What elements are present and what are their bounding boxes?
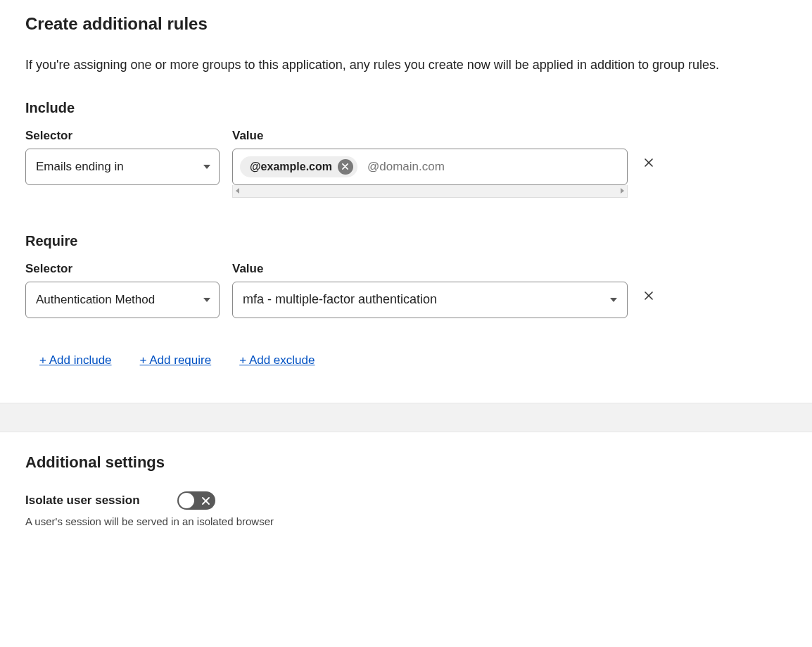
section-divider <box>0 403 812 432</box>
scroll-left-icon[interactable] <box>236 188 239 194</box>
chevron-down-icon <box>610 298 617 302</box>
remove-require-rule-button[interactable] <box>642 291 656 300</box>
include-value-input[interactable] <box>367 160 618 174</box>
include-selector-dropdown[interactable]: Emails ending in <box>25 149 220 185</box>
email-chip: @example.com <box>240 156 357 177</box>
require-value-dropdown[interactable]: mfa - multiple-factor authentication <box>232 282 628 318</box>
isolate-session-label: Isolate user session <box>25 494 177 508</box>
include-value-label: Value <box>232 129 263 143</box>
scroll-right-icon[interactable] <box>621 188 624 194</box>
page-description: If you're assigning one or more groups t… <box>25 55 771 75</box>
chevron-down-icon <box>203 165 210 169</box>
remove-include-rule-button[interactable] <box>642 158 656 167</box>
require-value-label: Value <box>232 262 263 276</box>
add-exclude-button[interactable]: + Add exclude <box>239 353 315 368</box>
require-selector-text: Authentication Method <box>36 293 155 307</box>
require-value-text: mfa - multiple-factor authentication <box>243 292 437 307</box>
isolate-session-toggle[interactable] <box>177 491 215 510</box>
chevron-down-icon <box>203 298 210 302</box>
include-selector-label: Selector <box>25 129 232 143</box>
chip-text: @example.com <box>250 161 332 173</box>
horizontal-scrollbar[interactable] <box>232 185 628 198</box>
close-icon <box>645 291 653 300</box>
close-icon <box>342 163 348 170</box>
isolate-session-description: A user's session will be served in an is… <box>25 515 787 527</box>
require-heading: Require <box>25 233 787 249</box>
require-selector-dropdown[interactable]: Authentication Method <box>25 282 220 318</box>
include-selector-text: Emails ending in <box>36 160 124 174</box>
include-heading: Include <box>25 100 787 116</box>
toggle-off-icon <box>202 495 210 508</box>
close-icon <box>645 158 653 167</box>
additional-settings-heading: Additional settings <box>25 453 787 472</box>
add-require-button[interactable]: + Add require <box>140 353 212 368</box>
require-selector-label: Selector <box>25 262 232 276</box>
add-include-button[interactable]: + Add include <box>39 353 112 368</box>
toggle-knob <box>179 493 194 508</box>
page-heading: Create additional rules <box>25 14 787 34</box>
chip-remove-button[interactable] <box>338 159 353 175</box>
include-value-input-box[interactable]: @example.com <box>232 149 628 185</box>
